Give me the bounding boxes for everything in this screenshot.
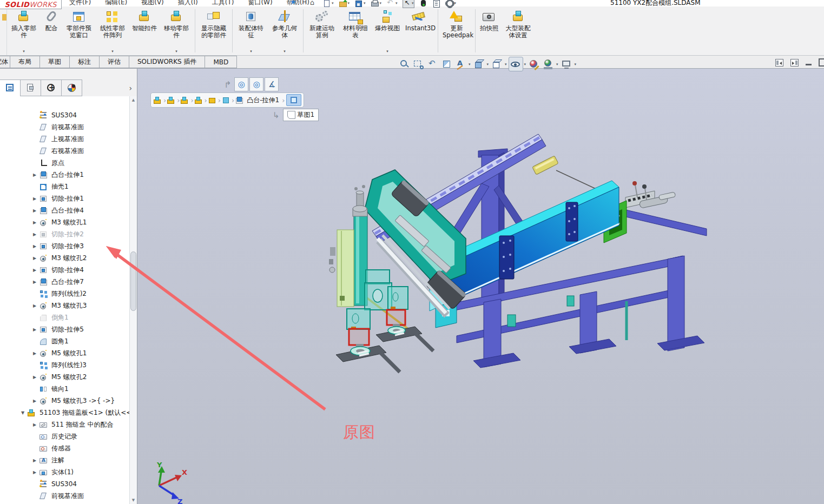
dropdown-caret-icon[interactable]: ▾ [454,1,457,5]
expand-arrow-icon[interactable]: ▶ [30,327,39,332]
dropdown-caret-icon[interactable]: ▾ [395,1,398,5]
menu-item[interactable]: 工具(T) [212,0,234,7]
view-tool-button[interactable] [440,57,453,71]
quick-access-button[interactable] [309,0,318,7]
breadcrumb-item[interactable] [167,96,176,104]
tree-row[interactable]: ▶ 切除-拉伸4 [0,264,129,276]
tree-row[interactable]: 抽壳1 [0,181,129,193]
view-tool-button[interactable] [542,57,555,71]
quick-access-button[interactable]: ▾ [403,0,414,8]
tree-row[interactable]: ▶ M5 螺纹孔3 ->{ ->} [0,395,129,407]
quick-access-button[interactable] [432,0,440,7]
scroll-up-icon[interactable]: ▲ [130,96,137,104]
collapse-right-pane-icon[interactable] [790,59,799,67]
sketch-chip[interactable]: 草图1 [283,109,319,121]
jump-arrow-icon[interactable]: ↱ [224,79,231,90]
view-tool-button[interactable] [426,57,439,71]
menu-item[interactable]: 文件(F) [69,0,91,7]
expand-arrow-icon[interactable]: ▼ [18,410,27,415]
ribbon-button[interactable]: 移动零部件 ▾ [160,6,193,55]
ribbon-button[interactable]: 线性零部件阵列 ▾ [96,6,129,55]
tree-row[interactable]: ▶ M3 螺纹孔1 [0,216,129,228]
quick-access-button[interactable]: ▾ [445,0,457,7]
expand-panel-chevron-icon[interactable]: › [129,84,132,92]
expand-arrow-icon[interactable]: ▶ [30,244,39,249]
tree-row[interactable]: SUS304 [0,478,129,490]
commandmanager-tab[interactable]: 布局 [10,56,40,68]
tree-row[interactable]: ▼ 51103 拖链盖板<1> (默认<< [0,407,129,419]
tree-row[interactable]: ▶ 切除-拉伸5 [0,323,129,335]
menu-item[interactable]: 视图(V) [141,0,164,7]
tree-row[interactable]: ▶ 实体(1) [0,466,129,478]
ribbon-button[interactable]: 插入零部件 ▾ [7,6,41,55]
commandmanager-tab[interactable]: 草图 [39,56,70,68]
tree-row[interactable]: SUS304 [0,109,129,121]
ribbon-button[interactable]: 更新Speedpak [440,6,473,55]
commandmanager-tab[interactable]: 评估 [99,56,129,68]
ribbon-button[interactable]: 参考几何体 ▾ [268,6,301,55]
quick-access-button[interactable]: ▾ [322,0,334,7]
quick-access-button[interactable]: ▾ [339,0,350,7]
expand-arrow-icon[interactable]: ▶ [30,458,39,463]
expand-arrow-icon[interactable]: ▶ [30,422,39,427]
tree-row[interactable]: 倒角1 [0,311,129,323]
dropdown-caret-icon[interactable]: ▾ [486,62,490,67]
tree-row[interactable]: 传感器 [0,442,129,454]
tree-row[interactable]: 上视基准面 [0,502,129,504]
dropdown-caret-icon[interactable]: ▾ [412,1,414,5]
commandmanager-tab[interactable]: SOLIDWORKS 插件 [129,56,205,68]
tree-row[interactable]: 右视基准面 [0,145,129,157]
expand-arrow-icon[interactable]: ▶ [30,470,39,475]
minimize-icon[interactable] [806,64,812,65]
breadcrumb-item[interactable] [180,96,190,104]
dropdown-caret-icon[interactable]: ▾ [386,48,388,55]
tree-row[interactable]: ▶ 切除-拉伸3 [0,240,129,252]
dropdown-caret-icon[interactable]: ▾ [23,48,25,55]
tree-row[interactable]: 阵列(线性)3 [0,359,129,371]
menu-item[interactable]: 插入(I) [178,0,198,7]
context-tool-button[interactable]: ∡ [265,77,279,91]
dropdown-caret-icon[interactable]: ▾ [555,62,559,67]
commandmanager-tab[interactable]: 标注 [69,56,100,68]
ribbon-button[interactable]: 新建运动算例 [305,6,339,55]
tree-row[interactable]: ▶ M3 螺纹孔2 [0,252,129,264]
tree-row[interactable]: 圆角1 [0,335,129,347]
dropdown-caret-icon[interactable]: ▾ [364,1,366,5]
ribbon-button[interactable]: 配合 [41,6,62,55]
tree-row[interactable]: ▶ 凸台-拉伸4 [0,204,129,216]
context-tool-button[interactable]: ◎ [249,77,263,91]
view-tool-button[interactable] [560,57,573,71]
scrollbar-thumb[interactable] [130,251,136,311]
dropdown-caret-icon[interactable]: ▾ [467,62,472,67]
breadcrumb-item[interactable] [153,96,163,104]
view-tool-button[interactable] [472,57,486,71]
scroll-down-icon[interactable]: ▼ [130,496,137,504]
tree-row[interactable]: ▶ 切除-拉伸2 [0,228,129,240]
commandmanager-tab[interactable]: 装配体 [0,56,10,68]
tree-row[interactable]: ▶ 凸台-拉伸7 [0,276,129,288]
ribbon-button[interactable]: 显示隐藏的零部件 [197,6,230,55]
dropdown-caret-icon[interactable]: ▾ [111,48,114,55]
expand-arrow-icon[interactable]: ▶ [30,268,39,273]
breadcrumb-item[interactable] [208,96,217,104]
restore-window-icon[interactable] [819,58,824,67]
dropdown-caret-icon[interactable]: ▾ [573,62,578,67]
tree-row[interactable]: 镜向1 [0,383,129,395]
quick-access-button[interactable]: ▾ [371,0,382,7]
dropdown-caret-icon[interactable]: ▾ [284,48,286,55]
dropdown-caret-icon[interactable]: ▾ [250,48,252,55]
tree-row[interactable]: 历史记录 [0,430,129,442]
dropdown-caret-icon[interactable]: ▾ [332,1,334,5]
quick-access-button[interactable]: ▾ [354,0,366,7]
view-tool-button[interactable] [509,57,523,71]
expand-arrow-icon[interactable]: ▶ [30,351,39,356]
expand-arrow-icon[interactable]: ▶ [30,196,39,201]
tree-row[interactable]: ▶ 切除-拉伸1 [0,193,129,204]
expand-arrow-icon[interactable]: ▶ [30,399,39,403]
ribbon-button[interactable]: 拍快照 [477,6,502,55]
ribbon-button[interactable]: 智能扣件 [129,6,160,55]
commandmanager-tab[interactable]: MBD [205,56,237,68]
ribbon-button[interactable]: 大型装配体设置 [502,6,535,55]
clipped-ribbon-button[interactable] [1,6,7,55]
ribbon-button[interactable]: 爆炸视图 ▾ [372,6,403,55]
